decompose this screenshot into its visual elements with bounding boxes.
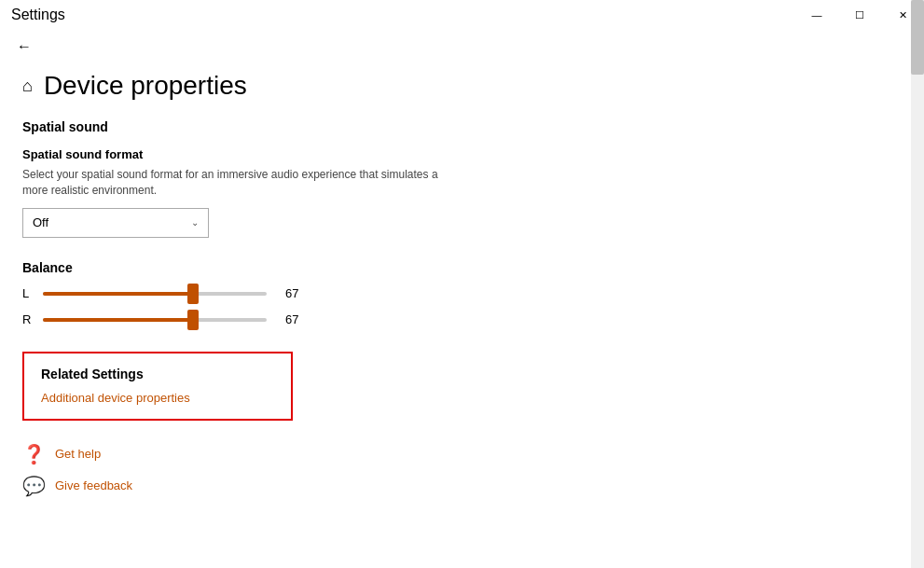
page-title: Device properties — [44, 71, 247, 101]
nav-bar: ← — [0, 30, 924, 63]
spatial-sound-heading: Spatial sound — [22, 119, 902, 134]
left-slider[interactable] — [43, 284, 267, 303]
slider-thumb[interactable] — [187, 284, 199, 304]
get-help-item[interactable]: ❓ Get help — [22, 443, 902, 465]
slider-fill — [43, 318, 193, 322]
scrollbar-thumb[interactable] — [911, 0, 924, 75]
format-label: Spatial sound format — [22, 147, 902, 161]
related-settings-title: Related Settings — [41, 367, 274, 381]
format-description: Select your spatial sound format for an … — [22, 167, 451, 199]
slider-fill — [43, 292, 193, 296]
titlebar-left: Settings — [11, 7, 65, 23]
content-area: ⌂ Device properties Spatial sound Spatia… — [0, 63, 924, 520]
home-icon[interactable]: ⌂ — [22, 76, 33, 96]
right-slider[interactable] — [43, 311, 267, 329]
dropdown-value: Off — [33, 215, 48, 229]
additional-device-properties-link[interactable]: Additional device properties — [41, 391, 190, 405]
slider-thumb[interactable] — [187, 310, 199, 330]
get-help-link[interactable]: Get help — [55, 447, 101, 461]
related-settings-box: Related Settings Additional device prope… — [22, 352, 293, 421]
minimize-button[interactable]: — — [795, 0, 838, 30]
back-button[interactable]: ← — [11, 34, 37, 60]
chevron-down-icon: ⌄ — [191, 217, 199, 228]
balance-heading: Balance — [22, 260, 902, 275]
spatial-sound-dropdown[interactable]: Off ⌄ — [22, 208, 209, 238]
help-section: ❓ Get help 💬 Give feedback — [22, 443, 902, 497]
right-slider-row: R 67 — [22, 311, 902, 329]
balance-section: Balance L 67 R 67 — [22, 260, 902, 329]
titlebar-controls: — ☐ ✕ — [795, 0, 924, 30]
give-feedback-link[interactable]: Give feedback — [55, 478, 132, 492]
right-channel-label: R — [22, 312, 34, 326]
scrollbar[interactable] — [911, 0, 924, 568]
left-channel-label: L — [22, 286, 34, 300]
right-slider-value: 67 — [285, 312, 308, 326]
get-help-icon: ❓ — [22, 443, 46, 465]
give-feedback-icon: 💬 — [22, 475, 46, 497]
left-slider-value: 67 — [285, 286, 308, 300]
left-slider-row: L 67 — [22, 284, 902, 303]
titlebar: Settings — ☐ ✕ — [0, 0, 924, 30]
maximize-button[interactable]: ☐ — [838, 0, 881, 30]
page-header: ⌂ Device properties — [22, 71, 902, 101]
give-feedback-item[interactable]: 💬 Give feedback — [22, 475, 902, 497]
titlebar-title: Settings — [11, 7, 65, 23]
